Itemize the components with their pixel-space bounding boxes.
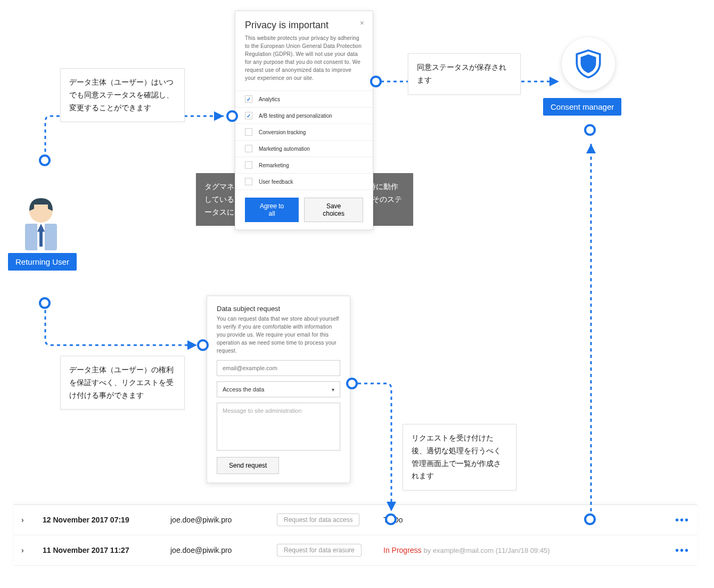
consent-manager-label: Consent manager (543, 98, 621, 116)
privacy-title: Privacy is important (245, 20, 363, 31)
checkbox[interactable] (245, 128, 252, 136)
request-type-tag: Request for data access (277, 513, 359, 526)
consent-option[interactable]: Conversion tracking (235, 124, 373, 140)
message-field[interactable]: Message to site administration (217, 403, 340, 451)
request-date: 12 November 2017 07:19 (43, 516, 165, 524)
email-field[interactable]: email@example.com (217, 360, 340, 376)
option-label: Analytics (259, 96, 280, 102)
callout-rights-request: データ主体（ユーザー）の権利を保証すべく、リクエストを受け付ける事ができます (60, 356, 185, 410)
dsr-title: Data subject request (217, 305, 340, 313)
request-table: ›12 November 2017 07:19joe.doe@piwik.pro… (14, 504, 697, 566)
agree-all-button[interactable]: Agree to all (245, 198, 299, 222)
flow-node (197, 339, 209, 351)
flow-node (39, 154, 51, 166)
dsr-desc: You can request data that we store about… (217, 315, 340, 355)
flow-node (226, 110, 238, 122)
checkbox[interactable] (245, 95, 252, 103)
privacy-card: × Privacy is important This website prot… (235, 11, 373, 230)
checkbox[interactable] (245, 178, 252, 185)
flow-node (584, 124, 596, 136)
close-icon[interactable]: × (360, 19, 364, 27)
option-label: Marketing automation (259, 146, 310, 152)
more-icon[interactable]: ••• (668, 514, 690, 526)
callout-status-saved: 同意ステータスが保存されます (408, 53, 521, 95)
send-request-button[interactable]: Send request (217, 457, 279, 474)
checkbox[interactable] (245, 161, 252, 169)
option-label: User feedback (259, 179, 293, 185)
more-icon[interactable]: ••• (668, 544, 690, 557)
flow-node (346, 378, 358, 389)
flow-node (39, 297, 51, 309)
save-choices-button[interactable]: Save choices (304, 198, 363, 222)
consent-option[interactable]: Remarketing (235, 157, 373, 173)
svg-rect-3 (39, 231, 43, 247)
consent-manager-avatar (562, 37, 615, 91)
flow-node (584, 513, 596, 525)
select-value: Access the data (223, 386, 264, 393)
consent-option[interactable]: User feedback (235, 173, 373, 190)
returning-user-avatar (17, 192, 65, 252)
request-status: In Progress by example@mail.com (11/Jan/… (383, 546, 663, 554)
flow-node (385, 513, 397, 525)
option-label: Remarketing (259, 162, 289, 168)
option-label: Conversion tracking (259, 129, 306, 135)
consent-option[interactable]: Analytics (235, 91, 373, 107)
checkbox[interactable] (245, 145, 252, 152)
request-email: joe.doe@piwik.pro (170, 516, 272, 524)
request-status: To Do (383, 516, 663, 524)
request-type-tag: Request for data erasure (277, 544, 362, 557)
checkbox[interactable] (245, 112, 252, 119)
option-label: A/B testing and personalization (259, 113, 332, 119)
table-row[interactable]: ›11 November 2017 11:27joe.doe@piwik.pro… (14, 535, 697, 566)
dsr-card: Data subject request You can request dat… (207, 296, 350, 483)
consent-option[interactable]: A/B testing and personalization (235, 107, 373, 124)
expand-chevron-icon[interactable]: › (21, 546, 37, 554)
privacy-desc: This website protects your privacy by ad… (245, 34, 363, 82)
returning-user-label: Returning User (8, 253, 77, 271)
expand-chevron-icon[interactable]: › (21, 516, 37, 524)
request-date: 11 November 2017 11:27 (43, 546, 165, 554)
callout-check-change: データ主体（ユーザー）はいつでも同意ステータスを確認し、変更することができます (60, 68, 185, 122)
callout-after-request: リクエストを受け付けた後、適切な処理を行うべく管理画面上で一覧が作成されます (403, 424, 516, 491)
flow-node (370, 76, 382, 87)
consent-option[interactable]: Marketing automation (235, 140, 373, 157)
chevron-down-icon: ▾ (332, 387, 334, 393)
request-type-select[interactable]: Access the data ▾ (217, 381, 340, 397)
request-email: joe.doe@piwik.pro (170, 546, 272, 554)
